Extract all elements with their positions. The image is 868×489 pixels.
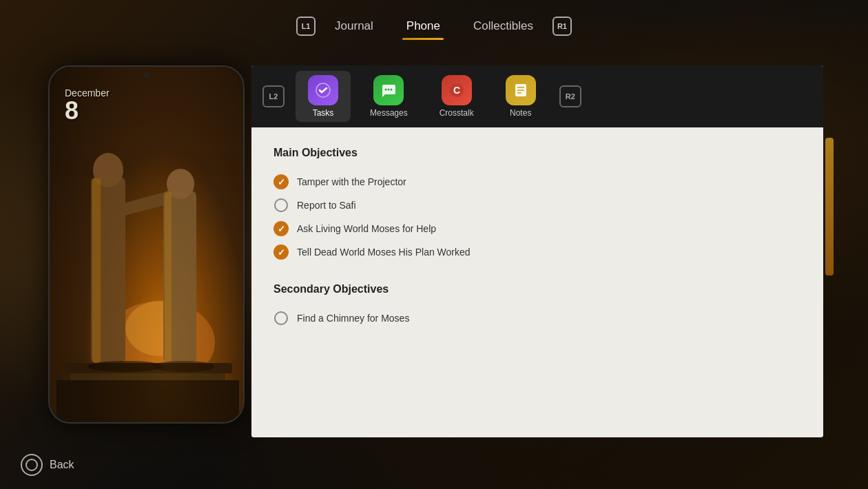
tab-tasks[interactable]: Tasks	[296, 71, 351, 122]
svg-point-12	[87, 361, 163, 372]
svg-rect-3	[70, 373, 225, 380]
back-button[interactable]: Back	[21, 454, 74, 476]
svg-text:C: C	[453, 85, 460, 96]
tab-messages[interactable]: Messages	[358, 71, 420, 122]
l2-button[interactable]: L2	[262, 85, 285, 107]
bottom-bar: Back	[0, 441, 868, 489]
secondary-objectives-list: Find a Chimney for Moses	[273, 306, 801, 330]
svg-rect-11	[165, 192, 172, 363]
circle-button-icon	[21, 454, 43, 476]
check-icon-4	[273, 244, 289, 260]
list-item: Ask Living World Moses for Help	[273, 217, 801, 240]
crosstalk-label: Crosstalk	[440, 108, 474, 118]
decorative-bar	[825, 138, 834, 275]
circle-icon-2	[273, 198, 289, 213]
tab-phone[interactable]: Phone	[390, 14, 457, 39]
list-item: Tamper with the Projector	[273, 170, 801, 194]
svg-point-16	[388, 89, 390, 91]
notes-icon	[506, 75, 536, 105]
tasks-label: Tasks	[313, 108, 334, 118]
list-item: Tell Dead World Moses His Plan Worked	[273, 240, 801, 264]
secondary-objectives-title: Secondary Objectives	[273, 283, 801, 295]
content-area: Main Objectives Tamper with the Projecto…	[251, 127, 823, 437]
main-objectives-list: Tamper with the Projector Report to Safi…	[273, 170, 801, 264]
check-icon-3	[273, 221, 289, 236]
svg-point-15	[385, 89, 387, 91]
main-objectives-title: Main Objectives	[273, 147, 801, 159]
svg-rect-4	[56, 380, 239, 422]
crosstalk-icon: C	[442, 75, 472, 105]
r1-button[interactable]: R1	[552, 17, 572, 36]
notes-label: Notes	[510, 108, 531, 118]
phone-device: December 8	[48, 65, 245, 424]
phone-notch	[144, 72, 149, 78]
check-icon-1	[273, 174, 289, 189]
tab-notes[interactable]: Notes	[493, 71, 548, 122]
tab-collectibles[interactable]: Collectibles	[457, 14, 550, 39]
svg-point-13	[153, 361, 215, 372]
phone-wallpaper: December 8	[50, 67, 243, 422]
app-tabs: L2 Tasks Messages	[251, 65, 823, 127]
app-panel: L2 Tasks Messages	[251, 65, 823, 437]
top-nav: L1 Journal Phone Collectibles R1	[0, 0, 868, 52]
l1-button[interactable]: L1	[296, 17, 316, 36]
messages-icon	[373, 75, 404, 105]
tasks-icon	[308, 75, 338, 105]
svg-rect-10	[92, 178, 101, 363]
svg-point-17	[391, 89, 393, 91]
phone-date: December 8	[65, 87, 110, 123]
r2-button[interactable]: R2	[559, 85, 581, 107]
tab-crosstalk[interactable]: C Crosstalk	[427, 71, 486, 122]
back-label: Back	[50, 459, 74, 471]
messages-label: Messages	[370, 108, 408, 118]
list-item: Report to Safi	[273, 194, 801, 217]
list-item: Find a Chimney for Moses	[273, 306, 801, 330]
tab-journal[interactable]: Journal	[318, 14, 390, 39]
circle-icon-sec1	[273, 311, 289, 326]
